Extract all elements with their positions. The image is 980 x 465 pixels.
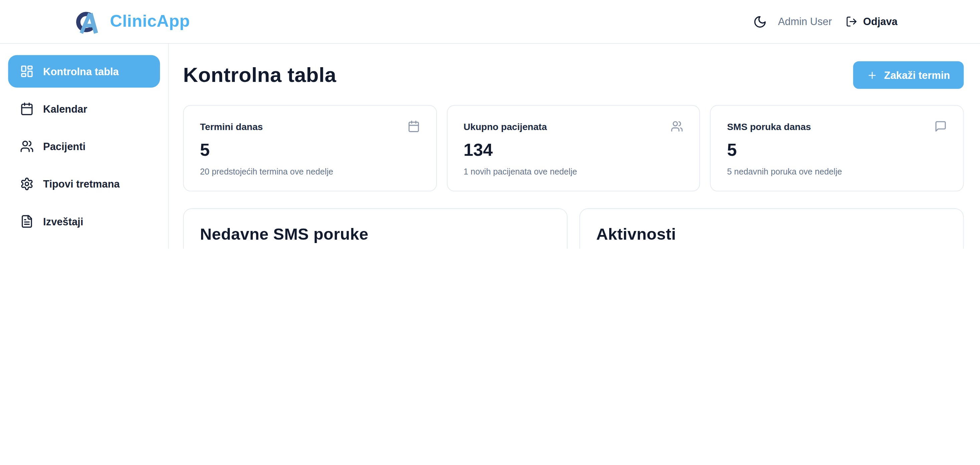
calendar-icon (407, 120, 420, 133)
file-text-icon (20, 215, 34, 229)
sidebar-item-label: Kalendar (43, 103, 87, 115)
sidebar-item-label: Tipovi tretmana (43, 178, 119, 190)
logout-button[interactable]: Odjava (846, 16, 897, 28)
top-header: ClinicApp Admin User Od (0, 0, 980, 44)
stat-label: SMS poruka danas (727, 121, 811, 132)
brand-logo[interactable]: ClinicApp (74, 10, 190, 34)
page-title: Kontrolna tabla (183, 63, 336, 87)
header-actions: Admin User Odjava (753, 15, 897, 29)
stat-card-sms-today: SMS poruka danas 5 5 nedavnih poruka ove… (710, 105, 964, 191)
stats-row: Termini danas 5 20 predstojećih termina … (183, 105, 964, 191)
sidebar-item-label: Pacijenti (43, 141, 86, 152)
stat-label: Ukupno pacijenata (464, 121, 547, 132)
sms-panel-title: Nedavne SMS poruke (200, 225, 551, 244)
stat-subtitle: 5 nedavnih poruka ove nedelje (727, 167, 947, 176)
user-name: Admin User (778, 16, 832, 28)
logout-label: Odjava (863, 16, 897, 28)
sidebar-item-patients[interactable]: Pacijenti (8, 130, 160, 163)
stat-card-appointments-today: Termini danas 5 20 predstojećih termina … (183, 105, 437, 191)
stat-subtitle: 20 predstojećih termina ove nedelje (200, 167, 420, 176)
message-square-icon (934, 120, 947, 133)
stat-card-total-patients: Ukupno pacijenata 134 1 novih pacijenata… (447, 105, 700, 191)
users-icon (671, 120, 683, 133)
stat-value: 5 (200, 140, 420, 160)
theme-toggle-button[interactable] (753, 15, 767, 29)
sidebar-item-dashboard[interactable]: Kontrolna tabla (8, 55, 160, 88)
schedule-appointment-button[interactable]: Zakaži termin (853, 61, 964, 89)
stat-subtitle: 1 novih pacijenata ove nedelje (464, 167, 683, 176)
schedule-appointment-label: Zakaži termin (884, 69, 950, 81)
main-content: Kontrolna tabla Zakaži termin Termini da… (169, 44, 980, 249)
sidebar-item-label: Kontrolna tabla (43, 66, 119, 78)
stat-value: 134 (464, 140, 683, 160)
brand-name: ClinicApp (110, 12, 190, 32)
sidebar: Kontrolna tabla Kalendar Pacijenti (0, 44, 169, 249)
recent-sms-panel: Nedavne SMS poruke Poslednjih 5 SMS poru… (183, 208, 568, 249)
sidebar-item-treatment-types[interactable]: Tipovi tretmana (8, 168, 160, 200)
log-out-icon (846, 16, 858, 28)
stat-value: 5 (727, 140, 947, 160)
app-window: ClinicApp Admin User Od (0, 0, 980, 249)
activities-panel-title: Aktivnosti (596, 225, 947, 244)
plus-icon (866, 70, 877, 81)
sidebar-item-reports[interactable]: Izveštaji (8, 205, 160, 238)
moon-icon (753, 15, 767, 29)
sidebar-item-calendar[interactable]: Kalendar (8, 93, 160, 125)
stat-label: Termini danas (200, 121, 263, 132)
users-icon (20, 139, 34, 153)
clinicapp-logo-icon (74, 10, 98, 34)
calendar-icon (20, 102, 34, 116)
gear-icon (20, 177, 34, 191)
activities-panel: Aktivnosti Nedavne aktivnosti u sistemu … (579, 208, 964, 249)
dashboard-icon (20, 64, 34, 78)
sidebar-item-label: Izveštaji (43, 216, 83, 228)
